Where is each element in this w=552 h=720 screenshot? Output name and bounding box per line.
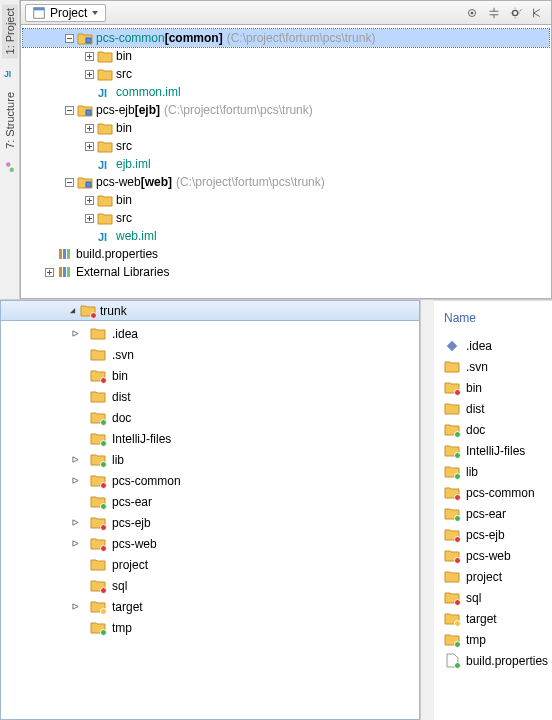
fr-intellij[interactable]: IntelliJ-files [444,440,542,461]
gear-button[interactable] [507,4,525,22]
fr-bin[interactable]: bin [444,377,542,398]
svg-point-2 [9,168,13,172]
folder-src-3[interactable]: src [23,209,549,227]
folder-bin[interactable]: bin [23,47,549,65]
fs-pcs-web[interactable]: pcs-web [71,533,419,554]
folder-icon [444,591,460,605]
project-pane: Project pcs-common [common](C:\project\f… [20,0,552,299]
expand-triangle-icon[interactable] [71,329,80,338]
fs-idea[interactable]: .idea [71,323,419,344]
project-tree[interactable]: pcs-common [common](C:\project\fortum\pc… [21,25,551,298]
folder-icon [90,474,106,488]
fr-tmp[interactable]: tmp [444,629,542,650]
fs-dist[interactable]: dist [71,386,419,407]
folder-src-2[interactable]: src [23,137,549,155]
expand-triangle-icon[interactable] [71,476,80,485]
toggle-icon[interactable] [83,122,95,134]
item-label: pcs-common [466,486,535,500]
folder-icon [90,516,106,530]
module-pcs-ejb[interactable]: pcs-ejb [ejb](C:\project\fortum\pcs\trun… [23,101,549,119]
fs-tree-body[interactable]: .idea.svnbindistdocIntelliJ-fileslibpcs-… [1,321,419,719]
item-label: pcs-web [466,549,511,563]
fs-tree-header[interactable]: trunk [1,301,419,321]
tab-project[interactable]: 1: Project [2,4,18,58]
folder-bin-3[interactable]: bin [23,191,549,209]
toggle-icon[interactable] [83,140,95,152]
toggle-icon[interactable] [83,212,95,224]
node-label: pcs-ejb [96,103,135,117]
view-combo[interactable]: Project [25,4,106,22]
item-label: pcs-ear [466,507,506,521]
fs-list-body[interactable]: .idea.svnbindistdocIntelliJ-fileslibpcs-… [444,335,542,671]
fs-lib[interactable]: lib [71,449,419,470]
fs-list-header[interactable]: Name [444,307,542,335]
svg-rect-19 [86,182,91,187]
module-pcs-common[interactable]: pcs-common [common](C:\project\fortum\pc… [23,29,549,47]
item-label: lib [466,465,478,479]
fr-lib[interactable]: lib [444,461,542,482]
fr-idea[interactable]: .idea [444,335,542,356]
file-build-properties[interactable]: build.properties [23,245,549,263]
fs-doc[interactable]: doc [71,407,419,428]
svg-rect-25 [67,249,70,259]
item-label: pcs-common [112,474,181,488]
collapse-all-button[interactable] [485,4,503,22]
fr-pcs-common[interactable]: pcs-common [444,482,542,503]
fs-target[interactable]: target [71,596,419,617]
fr-doc[interactable]: doc [444,419,542,440]
fr-project[interactable]: project [444,566,542,587]
file-common-iml[interactable]: JIcommon.iml [23,83,549,101]
item-label: target [112,600,143,614]
node-label: web.iml [116,229,157,243]
file-web-iml[interactable]: JIweb.iml [23,227,549,245]
svg-rect-4 [34,7,45,10]
file-ejb-iml[interactable]: JIejb.iml [23,155,549,173]
folder-icon [90,600,106,614]
folder-bin-2[interactable]: bin [23,119,549,137]
fs-pcs-ear[interactable]: pcs-ear [71,491,419,512]
fs-pcs-common[interactable]: pcs-common [71,470,419,491]
expand-triangle-icon[interactable] [71,539,80,548]
toggle-icon[interactable] [43,266,55,278]
toggle-icon[interactable] [83,68,95,80]
fr-dist[interactable]: dist [444,398,542,419]
item-label: dist [466,402,485,416]
scroll-from-source-button[interactable] [463,4,481,22]
expand-triangle-icon[interactable] [71,455,80,464]
fs-pcs-ejb[interactable]: pcs-ejb [71,512,419,533]
toggle-icon[interactable] [63,104,75,116]
expand-triangle-icon[interactable] [71,518,80,527]
fs-svn[interactable]: .svn [71,344,419,365]
module-pcs-web[interactable]: pcs-web [web](C:\project\fortum\pcs\trun… [23,173,549,191]
idea-icon [444,339,460,353]
fr-pcs-ejb[interactable]: pcs-ejb [444,524,542,545]
folder-icon [444,423,460,437]
toggle-icon[interactable] [83,50,95,62]
fr-pcs-web[interactable]: pcs-web [444,545,542,566]
toggle-icon[interactable] [63,176,75,188]
fs-project[interactable]: project [71,554,419,575]
folder-icon [90,411,106,425]
fr-pcs-ear[interactable]: pcs-ear [444,503,542,524]
item-label: .svn [466,360,488,374]
hide-button[interactable] [529,4,547,22]
toggle-icon[interactable] [83,194,95,206]
file-icon [444,654,460,668]
fs-sql[interactable]: sql [71,575,419,596]
scrollbar[interactable] [420,300,434,720]
fr-build-properties[interactable]: build.properties [444,650,542,671]
folder-icon [90,432,106,446]
fr-sql[interactable]: sql [444,587,542,608]
folder-src[interactable]: src [23,65,549,83]
tab-structure[interactable]: 7: Structure [2,88,18,153]
expand-triangle-icon[interactable] [71,602,80,611]
fs-intellij[interactable]: IntelliJ-files [71,428,419,449]
fr-svn[interactable]: .svn [444,356,542,377]
fs-bin[interactable]: bin [71,365,419,386]
folder-icon [90,348,106,362]
external-libraries[interactable]: External Libraries [23,263,549,281]
toggle-icon[interactable] [63,32,75,44]
fr-target[interactable]: target [444,608,542,629]
svg-rect-29 [67,267,70,277]
fs-tmp[interactable]: tmp [71,617,419,638]
